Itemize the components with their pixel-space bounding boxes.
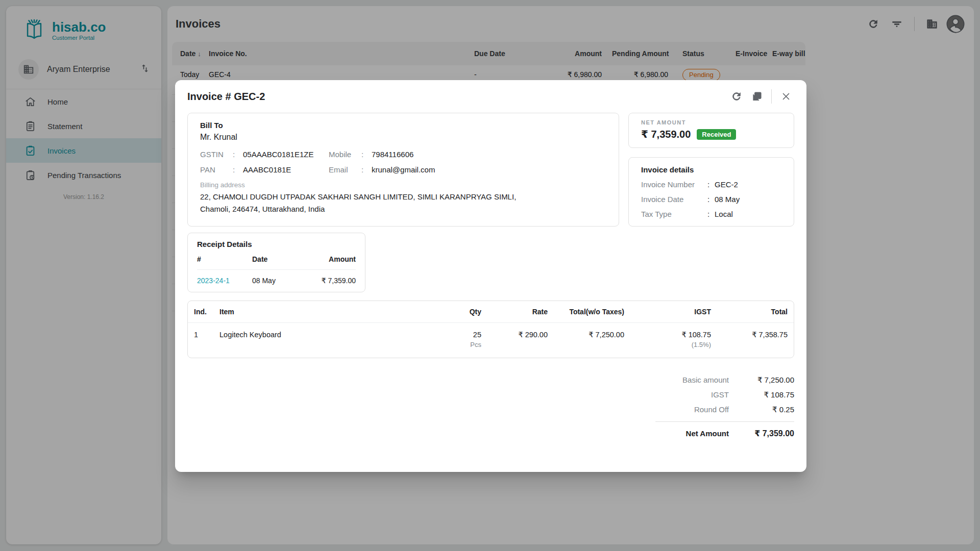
colon: : [233,165,240,174]
gstin-label: GSTIN [200,150,230,159]
tax-type-value: Local [715,210,781,218]
items-col-rate: Rate [487,301,554,323]
receipt-number-link[interactable]: 2023-24-1 [197,277,230,285]
basic-amount-value: ₹ 7,250.00 [729,372,794,387]
item-igst: ₹ 108.75 [681,331,711,339]
colon: : [707,195,715,204]
invoice-date-value: 08 May [715,195,781,204]
modal-refresh-button[interactable] [726,86,747,107]
gstin-value: 05AAABC0181E1ZE [243,150,326,159]
invoice-number-value: GEC-2 [715,180,781,189]
receipt-details-heading: Receipt Details [197,240,356,248]
item-rate: ₹ 290.00 [487,323,554,358]
modal-title: Invoice # GEC-2 [187,91,265,103]
bill-to-card: Bill To Mr. Krunal GSTIN : 05AAABC0181E1… [187,113,619,227]
colon: : [707,210,715,218]
receipt-date: 08 May [252,270,314,285]
colon: : [233,150,240,159]
round-off-label: Round Off [655,402,729,417]
modal-actions-divider [771,89,772,104]
pan-value: AAABC0181E [243,165,326,174]
basic-amount-label: Basic amount [655,372,729,387]
net-amount-value: ₹ 7,359.00 [641,128,691,140]
pan-label: PAN [200,165,230,174]
items-col-total: Total [717,301,794,323]
receipt-col-amount: Amount [314,248,356,269]
items-col-total-wo-taxes: Total(w/o Taxes) [554,301,630,323]
item-ind: 1 [188,323,213,358]
invoice-date-label: Invoice Date [641,195,707,204]
email-label: Email [329,165,358,174]
colon: : [361,165,369,174]
pdf-icon: PDF [751,91,763,102]
invoice-summary: Basic amount ₹ 7,250.00 IGST ₹ 108.75 Ro… [655,372,794,441]
customer-name: Mr. Krunal [200,133,606,142]
receipt-details-card: Receipt Details # Date Amount 2023-24-1 … [187,233,365,292]
item-unit: Pcs [443,341,481,348]
email-value: krunal@gmail.com [372,165,606,174]
colon: : [707,180,715,189]
download-pdf-button[interactable]: PDF [747,86,767,107]
receipt-col-date: Date [252,248,314,269]
receipt-amount: ₹ 7,359.00 [314,270,356,285]
receipt-col-number: # [197,248,252,269]
refresh-icon [731,91,742,102]
close-icon [780,91,792,102]
received-badge: Received [697,129,736,140]
net-amount-label: NET AMOUNT [641,119,781,126]
net-amount-total-label: Net Amount [655,426,729,441]
invoice-number-label: Invoice Number [641,180,707,189]
igst-value: ₹ 108.75 [729,387,794,402]
invoice-modal: Invoice # GEC-2 PDF Bill To Mr. [175,80,806,472]
items-col-igst: IGST [630,301,717,323]
mobile-label: Mobile [329,150,358,159]
invoice-details-heading: Invoice details [641,165,781,174]
items-col-ind: Ind. [188,301,213,323]
items-col-item: Item [213,301,436,323]
bill-to-heading: Bill To [200,121,606,130]
billing-address: 22, CHAMOLI DUGDH UTPADAK SAKHARI SANGH … [200,191,527,215]
item-name: Logitech Keyboard [213,323,436,358]
invoice-details-card: Invoice details Invoice Number : GEC-2 I… [628,157,794,227]
net-amount-card: NET AMOUNT ₹ 7,359.00 Received [628,113,794,148]
colon: : [361,150,369,159]
item-qty: 25 [473,331,481,339]
item-igst-pct: (1.5%) [636,341,711,348]
item-total: ₹ 7,358.75 [717,323,794,358]
summary-divider [655,421,794,422]
igst-label: IGST [655,387,729,402]
svg-text:PDF: PDF [755,94,761,97]
close-modal-button[interactable] [776,86,796,107]
mobile-value: 7984116606 [372,150,606,159]
billing-address-label: Billing address [200,181,606,189]
item-row: 1 Logitech Keyboard 25Pcs ₹ 290.00 ₹ 7,2… [188,323,794,358]
item-total-wo-taxes: ₹ 7,250.00 [554,323,630,358]
tax-type-label: Tax Type [641,210,707,218]
items-table: Ind. Item Qty Rate Total(w/o Taxes) IGST… [187,300,794,358]
modal-header: Invoice # GEC-2 PDF [175,80,806,113]
round-off-value: ₹ 0.25 [729,402,794,417]
net-amount-total-value: ₹ 7,359.00 [729,426,794,441]
items-col-qty: Qty [436,301,487,323]
